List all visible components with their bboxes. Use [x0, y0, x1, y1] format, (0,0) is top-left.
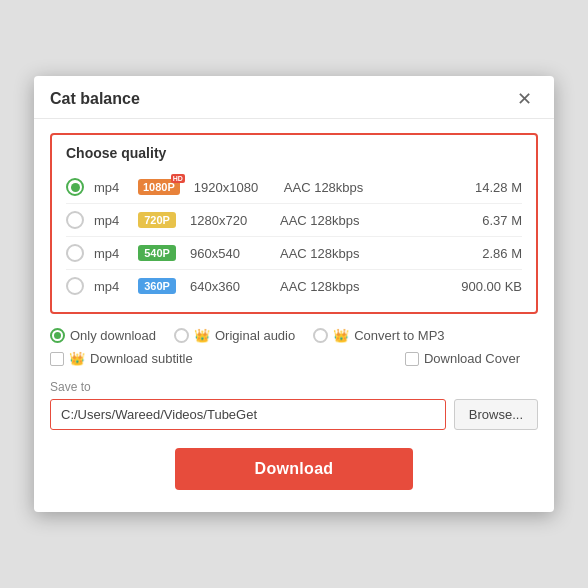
download-cover-checkbox[interactable]: [405, 352, 419, 366]
convert-mp3-radio[interactable]: [313, 328, 328, 343]
quality-row-720p[interactable]: mp4 720P 1280x720 AAC 128kbps 6.37 M: [66, 204, 522, 237]
resolution-360p: 640x360: [190, 279, 280, 294]
only-download-option[interactable]: Only download: [50, 328, 156, 343]
original-audio-option[interactable]: 👑 Original audio: [174, 328, 295, 343]
crown-icon-1: 👑: [194, 328, 210, 343]
size-1080p: 14.28 M: [452, 180, 522, 195]
only-download-radio[interactable]: [50, 328, 65, 343]
audio-540p: AAC 128kbps: [280, 246, 452, 261]
audio-720p: AAC 128kbps: [280, 213, 452, 228]
radio-540p[interactable]: [66, 244, 84, 262]
convert-mp3-label: Convert to MP3: [354, 328, 444, 343]
resolution-720p: 1280x720: [190, 213, 280, 228]
size-360p: 900.00 KB: [452, 279, 522, 294]
download-subtitle-option[interactable]: 👑 Download subtitle: [50, 351, 193, 366]
quality-row-360p[interactable]: mp4 360P 640x360 AAC 128kbps 900.00 KB: [66, 270, 522, 302]
save-to-row: Browse...: [50, 399, 538, 430]
radio-360p[interactable]: [66, 277, 84, 295]
format-label-1080p: mp4: [94, 180, 130, 195]
download-subtitle-label: Download subtitle: [90, 351, 193, 366]
size-720p: 6.37 M: [452, 213, 522, 228]
format-label-360p: mp4: [94, 279, 130, 294]
download-cover-option[interactable]: Download Cover: [405, 351, 520, 366]
convert-mp3-option[interactable]: 👑 Convert to MP3: [313, 328, 444, 343]
close-button[interactable]: ✕: [511, 88, 538, 110]
radio-1080p[interactable]: [66, 178, 84, 196]
quality-row-540p[interactable]: mp4 540P 960x540 AAC 128kbps 2.86 M: [66, 237, 522, 270]
badge-540p: 540P: [138, 245, 176, 261]
resolution-540p: 960x540: [190, 246, 280, 261]
radio-720p[interactable]: [66, 211, 84, 229]
size-540p: 2.86 M: [452, 246, 522, 261]
dialog: Cat balance ✕ Choose quality mp4 1080P H…: [34, 76, 554, 512]
only-download-label: Only download: [70, 328, 156, 343]
options-row-1: Only download 👑 Original audio 👑 Convert…: [50, 328, 538, 343]
save-to-label: Save to: [50, 380, 538, 394]
badge-720p: 720P: [138, 212, 176, 228]
badge-360p: 360P: [138, 278, 176, 294]
resolution-1080p: 1920x1080: [194, 180, 284, 195]
hd-icon: HD: [171, 174, 185, 183]
original-audio-label: Original audio: [215, 328, 295, 343]
format-label-720p: mp4: [94, 213, 130, 228]
download-row: Download: [50, 448, 538, 490]
dialog-header: Cat balance ✕: [34, 76, 554, 119]
dialog-title: Cat balance: [50, 90, 140, 108]
format-label-540p: mp4: [94, 246, 130, 261]
download-button[interactable]: Download: [175, 448, 414, 490]
audio-1080p: AAC 128kbps: [284, 180, 452, 195]
audio-360p: AAC 128kbps: [280, 279, 452, 294]
options-row-2: 👑 Download subtitle Download Cover: [50, 351, 538, 366]
save-path-input[interactable]: [50, 399, 446, 430]
quality-row-1080p[interactable]: mp4 1080P HD 1920x1080 AAC 128kbps 14.28…: [66, 171, 522, 204]
badge-1080p: 1080P HD: [138, 179, 180, 195]
crown-icon-3: 👑: [69, 351, 85, 366]
download-subtitle-checkbox[interactable]: [50, 352, 64, 366]
crown-icon-2: 👑: [333, 328, 349, 343]
dialog-body: Choose quality mp4 1080P HD 1920x1080 AA…: [34, 119, 554, 512]
browse-button[interactable]: Browse...: [454, 399, 538, 430]
quality-selection-box: Choose quality mp4 1080P HD 1920x1080 AA…: [50, 133, 538, 314]
original-audio-radio[interactable]: [174, 328, 189, 343]
download-cover-label: Download Cover: [424, 351, 520, 366]
quality-section-title: Choose quality: [66, 145, 522, 161]
